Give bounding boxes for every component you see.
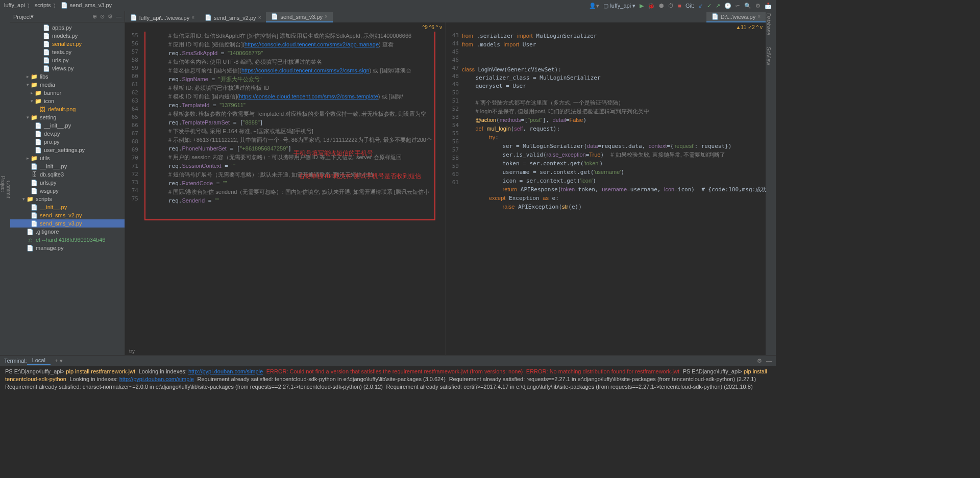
tree-item[interactable]: 📄serializer.py <box>10 40 125 48</box>
select-icon[interactable]: ⊙ <box>100 13 105 20</box>
collapse-icon[interactable]: ⊕ <box>92 13 97 20</box>
code-editor[interactable]: from .serializer import MulLoginSerializ… <box>462 32 766 355</box>
new-terminal-icon[interactable]: + <box>55 358 58 364</box>
gutter[interactable]: 43 44 45 46 47 48 49 50 51 52 53 54 55 5… <box>446 32 462 355</box>
debug-icon[interactable]: 🐞 <box>648 3 655 9</box>
tree-item[interactable]: 📄urls.py <box>10 56 125 64</box>
tree-item[interactable]: 🖼default.png <box>10 105 125 113</box>
vcs-push-icon[interactable]: ↗ <box>716 3 720 9</box>
tree-item[interactable]: ▸📁libs <box>10 72 125 81</box>
vcs-update-icon[interactable]: ↙ <box>698 3 703 9</box>
search-icon[interactable]: 🔍 <box>744 3 751 9</box>
tree-item[interactable]: 📄views.py <box>10 64 125 72</box>
tree-item[interactable]: 📄send_sms_v2.py <box>10 211 125 219</box>
tree-item[interactable]: 📄wsgi.py <box>10 187 125 195</box>
tree-item[interactable]: 📄user_settings.py <box>10 146 125 154</box>
terminal-tab-local[interactable]: Local <box>27 356 51 365</box>
tab-send-sms-v2[interactable]: 📄send_sms_v2.py× <box>200 13 266 22</box>
tree-item[interactable]: ▸📁utils <box>10 154 125 162</box>
gear-icon[interactable]: ⚙ <box>755 3 761 9</box>
project-panel: Project ▾ ⊕ ⊙ ⚙ — 📄apps.py📄models.py📄ser… <box>10 11 125 355</box>
tree-item[interactable]: 📄__init__.py <box>10 121 125 130</box>
stop-icon[interactable]: ■ <box>678 3 681 9</box>
profile-icon[interactable]: ⏱ <box>668 3 674 9</box>
settings-icon[interactable]: ⚙ <box>108 13 113 20</box>
database-tool-icon[interactable]: Database <box>766 13 771 35</box>
user-icon[interactable]: 👤▾ <box>589 3 599 9</box>
breadcrumb[interactable]: luffy_api〉 scripts〉 📄 send_sms_v3.py <box>4 2 112 10</box>
hide-icon[interactable]: — <box>116 13 121 20</box>
terminal-title: Terminal: <box>4 358 27 364</box>
close-icon[interactable]: × <box>325 14 328 19</box>
editor-tabs-left: 📄luffy_api\...\views.py× 📄send_sms_v2.py… <box>125 11 766 22</box>
inspection-badge[interactable]: ▲11 ✓2 ^ v <box>736 24 763 30</box>
tree-item[interactable]: 📄dev.py <box>10 130 125 138</box>
close-icon[interactable]: × <box>258 15 261 20</box>
rollback-icon[interactable]: ⤺ <box>736 3 740 9</box>
terminal-hide-icon[interactable]: — <box>766 358 772 364</box>
close-icon[interactable]: × <box>757 14 761 19</box>
terminal-dropdown-icon[interactable]: ▾ <box>60 358 63 364</box>
project-tool-icon[interactable]: Project <box>0 176 6 192</box>
tree-item[interactable]: 📄.gitignore <box>10 228 125 236</box>
tab-views[interactable]: 📄luffy_api\...\views.py× <box>125 13 200 22</box>
tree-item[interactable]: ▾📁media <box>10 81 125 89</box>
tree-item[interactable]: 📄urls.py <box>10 179 125 187</box>
inspection-badge[interactable]: ^9 ^6 ^ v <box>422 24 442 30</box>
tab-views-right[interactable]: 📄D:\...\views.py× <box>706 12 766 22</box>
terminal-gear-icon[interactable]: ⚙ <box>757 358 762 364</box>
editor-pane-right: ▲11 ✓2 ^ v 43 44 45 46 47 48 49 50 51 52… <box>446 22 766 355</box>
tree-item[interactable]: 📄pro.py <box>10 138 125 146</box>
tree-item[interactable]: ▸📁banner <box>10 89 125 97</box>
file-icon: 📄 <box>61 2 68 10</box>
tree-item[interactable]: 📄manage.py <box>10 244 125 252</box>
tree-item[interactable]: ▾📁icon <box>10 97 125 105</box>
coverage-icon[interactable]: ⬢ <box>659 3 664 9</box>
tree-item[interactable]: 📄tests.py <box>10 48 125 56</box>
close-icon[interactable]: × <box>191 15 194 20</box>
history-icon[interactable]: 🕐 <box>724 3 731 9</box>
annotation-text-1: 手机号填写能收短信的手机号 <box>293 149 373 158</box>
vcs-commit-icon[interactable]: ✓ <box>707 3 712 9</box>
run-config-dropdown[interactable]: ▢ luffy_api ▾ <box>603 3 635 9</box>
tree-item[interactable]: 🗄db.sqlite3 <box>10 170 125 179</box>
code-editor[interactable]: # 短信应用ID: 短信SdkAppId在 [短信控制台] 添加应用后生成的实际… <box>141 32 445 347</box>
tree-item[interactable]: 📄__init__.py <box>10 203 125 211</box>
sciview-tool-icon[interactable]: SciView <box>766 47 771 65</box>
terminal-output[interactable]: PS E:\Django\luffy_api> pip install rest… <box>0 366 776 392</box>
scope-indicator: try <box>125 347 445 355</box>
tree-item[interactable]: 📄send_sms_v3.py <box>10 219 125 228</box>
left-tool-rail[interactable]: Project Commit <box>0 11 10 355</box>
tree-item[interactable]: 📄apps.py <box>10 23 125 32</box>
tree-item[interactable]: ⎌et --hard 41f8fd9609034b46 <box>10 236 125 244</box>
tree-item[interactable]: ▾📁setting <box>10 113 125 121</box>
git-label: Git: <box>685 3 694 9</box>
project-title: Project <box>13 14 31 20</box>
right-tool-rail[interactable]: Database SciView <box>766 11 776 355</box>
run-icon[interactable]: ▶ <box>640 3 644 9</box>
tree-item[interactable]: 📄__init__.py <box>10 162 125 170</box>
tree-item[interactable]: 📄models.py <box>10 32 125 40</box>
project-tree[interactable]: 📄apps.py📄models.py📄serializer.py📄tests.p… <box>10 22 125 355</box>
titlebar: luffy_api〉 scripts〉 📄 send_sms_v3.py 👤▾ … <box>0 0 776 11</box>
tab-send-sms-v3[interactable]: 📄send_sms_v3.py× <box>266 12 332 22</box>
tree-item[interactable]: ▾📁scripts <box>10 195 125 203</box>
editor-pane-left: ^9 ^6 ^ v 55 56 57 58 59 60 61 62 63 64 … <box>125 22 446 355</box>
gutter[interactable]: 55 56 57 58 59 60 61 62 63 64 65 66 67 6… <box>125 32 141 347</box>
bell-icon[interactable]: 📩 <box>765 3 772 9</box>
terminal-panel: Terminal: Local + ▾ ⚙ — PS E:\Django\luf… <box>0 355 776 392</box>
annotation-text-2: 右键单独 run此文件 测试手机号是否收到短信 <box>299 172 421 181</box>
